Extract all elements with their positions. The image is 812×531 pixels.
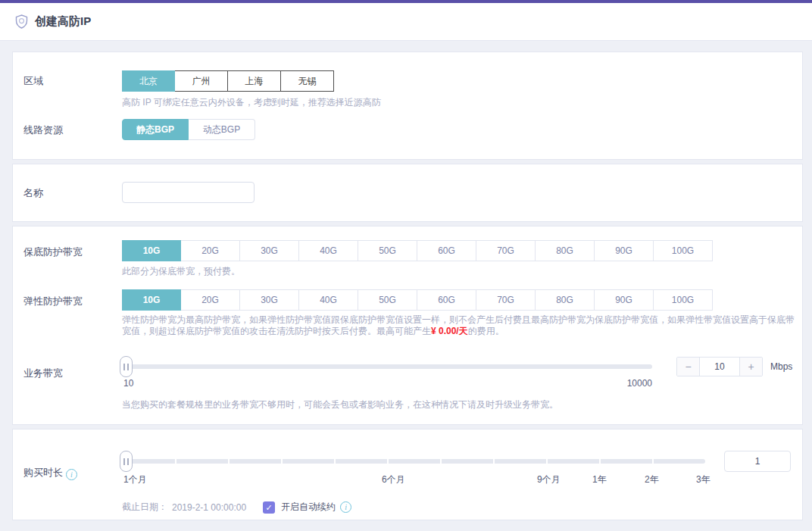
duration-slider: 1个月 6个月 9个月 1年 2年 3年 xyxy=(122,451,705,472)
info-icon[interactable]: i xyxy=(66,469,77,480)
line-resource-option[interactable]: 动态BGP xyxy=(189,119,255,140)
card-bandwidth: 保底防护带宽 10G 20G 30G 40G 50G 60G 70G 80G 9… xyxy=(12,226,803,425)
slider-tick xyxy=(387,459,389,464)
region-button-group: 北京 广州 上海 无锡 xyxy=(122,70,381,92)
line-resource-option[interactable]: 静态BGP xyxy=(122,119,189,140)
slider-handle[interactable] xyxy=(120,451,133,472)
region-label: 区域 xyxy=(13,70,122,108)
elastic-bandwidth-hint: 弹性防护带宽为最高防护带宽，如果弹性防护带宽值跟保底防护带宽值设置一样，则不会产… xyxy=(122,314,796,337)
stepper-plus-button[interactable]: + xyxy=(739,358,762,376)
elastic-bw-option[interactable]: 30G xyxy=(240,289,299,311)
slider-handle[interactable] xyxy=(120,356,133,377)
elastic-bw-option[interactable]: 100G xyxy=(654,289,713,311)
elastic-bw-option[interactable]: 80G xyxy=(536,289,595,311)
stepper-minus-button[interactable]: − xyxy=(677,358,700,376)
slider-track[interactable] xyxy=(123,364,652,369)
bandwidth-unit-label: Mbps xyxy=(770,356,792,380)
card-name: 名称 xyxy=(12,164,803,222)
base-bandwidth-button-group: 10G 20G 30G 40G 50G 60G 70G 80G 90G 100G xyxy=(122,240,713,261)
name-input[interactable] xyxy=(122,182,255,203)
deadline-row: 截止日期： 2019-2-1 00:00:00 ✓ 开启自动续约 i xyxy=(122,501,802,514)
region-option[interactable]: 上海 xyxy=(228,70,281,92)
duration-tick-label: 2年 xyxy=(645,473,659,486)
line-resource-button-group: 静态BGP 动态BGP xyxy=(122,119,255,140)
elastic-bw-option[interactable]: 50G xyxy=(358,289,417,311)
slider-tick xyxy=(440,459,442,464)
base-bw-option[interactable]: 90G xyxy=(595,240,654,261)
business-bandwidth-hint: 当您购买的套餐规格里的业务带宽不够用时，可能会丢包或者影响业务，在这种情况下请及… xyxy=(122,398,558,411)
slider-tick xyxy=(546,459,548,464)
slider-tick xyxy=(493,459,495,464)
slider-tick xyxy=(334,459,336,464)
card-region: 区域 北京 广州 上海 无锡 高防 IP 可绑定任意云内外设备，考虑到时延，推荐… xyxy=(12,52,803,160)
info-icon[interactable]: i xyxy=(340,501,351,513)
business-bandwidth-slider: 10 10000 xyxy=(122,356,652,377)
region-option[interactable]: 广州 xyxy=(175,70,228,92)
deadline-value: 2019-2-1 00:00:00 xyxy=(172,502,246,513)
duration-tick-label: 3年 xyxy=(696,473,710,486)
elastic-bandwidth-label: 弹性防护带宽 xyxy=(13,289,122,337)
elastic-bw-option[interactable]: 90G xyxy=(595,289,654,311)
page-header: 创建高防IP xyxy=(0,3,812,41)
bandwidth-stepper: − + xyxy=(676,357,763,376)
base-bandwidth-label: 保底防护带宽 xyxy=(13,240,122,277)
bandwidth-value-input[interactable] xyxy=(700,358,739,376)
name-label: 名称 xyxy=(13,182,122,203)
auto-renew-label: 开启自动续约 xyxy=(281,501,336,514)
elastic-bw-option[interactable]: 60G xyxy=(417,289,476,311)
base-bw-option[interactable]: 10G xyxy=(122,240,181,261)
region-option[interactable]: 无锡 xyxy=(281,70,334,92)
slider-track[interactable] xyxy=(123,459,705,464)
form-area: 区域 北京 广州 上海 无锡 高防 IP 可绑定任意云内外设备，考虑到时延，推荐… xyxy=(12,52,803,520)
elastic-price: ¥ 0.00/天 xyxy=(431,326,468,336)
region-hint: 高防 IP 可绑定任意云内外设备，考虑到时延，推荐选择近源高防 xyxy=(122,96,381,108)
slider-tick xyxy=(175,459,176,464)
slider-tick xyxy=(652,459,654,464)
duration-tick-label: 6个月 xyxy=(382,473,405,486)
base-bw-option[interactable]: 50G xyxy=(358,240,417,261)
shield-icon xyxy=(15,14,28,29)
slider-tick xyxy=(599,459,601,464)
business-bandwidth-label: 业务带宽 xyxy=(13,356,122,380)
page-title: 创建高防IP xyxy=(35,14,91,29)
base-bandwidth-hint: 此部分为保底带宽，预付费。 xyxy=(122,265,713,277)
elastic-bw-option[interactable]: 40G xyxy=(299,289,358,311)
base-bw-option[interactable]: 100G xyxy=(654,240,713,261)
slider-tick xyxy=(228,459,230,464)
auto-renew-checkbox[interactable]: ✓ xyxy=(263,501,275,514)
slider-tick xyxy=(281,459,283,464)
elastic-bw-option[interactable]: 20G xyxy=(181,289,240,311)
duration-value-input[interactable] xyxy=(724,451,791,472)
base-bw-option[interactable]: 60G xyxy=(417,240,476,261)
deadline-label: 截止日期： xyxy=(122,501,167,514)
duration-tick-label: 9个月 xyxy=(537,473,561,486)
slider-max-label: 10000 xyxy=(627,378,652,389)
elastic-bw-option[interactable]: 70G xyxy=(476,289,536,311)
slider-min-label: 10 xyxy=(123,378,133,389)
duration-label: 购买时长i xyxy=(13,451,122,480)
base-bw-option[interactable]: 30G xyxy=(240,240,299,261)
base-bw-option[interactable]: 40G xyxy=(299,240,358,261)
line-resource-label: 线路资源 xyxy=(13,119,122,140)
duration-tick-label: 1年 xyxy=(592,473,607,486)
base-bw-option[interactable]: 70G xyxy=(476,240,536,261)
card-duration: 购买时长i 1个月 6个月 9 xyxy=(12,429,803,520)
elastic-bw-option[interactable]: 10G xyxy=(122,289,181,311)
base-bw-option[interactable]: 80G xyxy=(536,240,595,261)
duration-tick-label: 1个月 xyxy=(123,473,147,486)
elastic-bandwidth-button-group: 10G 20G 30G 40G 50G 60G 70G 80G 90G 100G xyxy=(122,289,796,311)
base-bw-option[interactable]: 20G xyxy=(181,240,240,261)
region-option[interactable]: 北京 xyxy=(122,70,175,92)
